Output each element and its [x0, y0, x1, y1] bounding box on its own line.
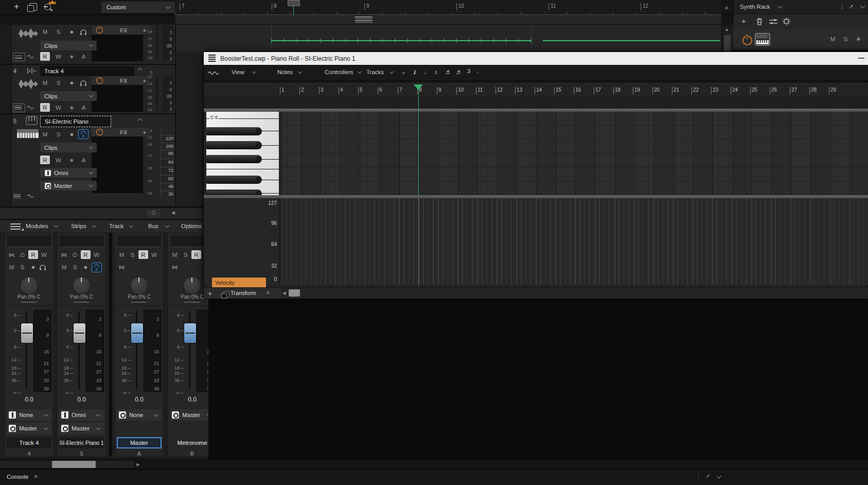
- playhead-handle[interactable]: [288, 0, 300, 6]
- add-button[interactable]: +: [11, 2, 22, 12]
- strip-name[interactable]: SI-Electric Piano 1: [59, 437, 104, 448]
- menu-bus[interactable]: Bus: [148, 223, 158, 229]
- pan-knob[interactable]: [183, 276, 201, 295]
- pan-knob[interactable]: [20, 276, 38, 295]
- track4-solo-button[interactable]: S: [54, 78, 63, 87]
- read-button[interactable]: R: [191, 250, 201, 259]
- automation-wave-icon[interactable]: [27, 105, 34, 110]
- read-button[interactable]: R: [138, 250, 148, 259]
- track4-clips-dropdown[interactable]: Clips: [40, 91, 97, 101]
- collapse-icon[interactable]: [137, 118, 143, 124]
- phase-button[interactable]: ∅: [17, 250, 27, 259]
- volume-value[interactable]: 0.0: [115, 396, 164, 403]
- mute-button[interactable]: M: [117, 250, 127, 259]
- chevron-down-icon[interactable]: [778, 4, 783, 9]
- sixteenth-note-button[interactable]: ♬: [445, 68, 452, 76]
- window-menu-icon[interactable]: [208, 55, 216, 62]
- track5-autoshow-button[interactable]: A: [79, 155, 88, 164]
- transform-tool-button[interactable]: Transform: [231, 290, 256, 296]
- quarter-note-button-selected[interactable]: ♩: [424, 68, 431, 76]
- automation-wave-icon[interactable]: [27, 54, 34, 59]
- playhead-marker[interactable]: [414, 84, 423, 90]
- zoom-tool-icon[interactable]: [44, 4, 51, 10]
- track3-freeze-button[interactable]: ∗: [67, 52, 77, 61]
- track3-fx-bin[interactable]: [92, 34, 143, 61]
- track4-freeze-button[interactable]: ∗: [67, 103, 77, 112]
- solo-button[interactable]: S: [17, 263, 27, 271]
- track-lane-clip-area[interactable]: [175, 25, 721, 52]
- synth-instrument-icon[interactable]: [755, 33, 770, 46]
- interleave-button[interactable]: ⋈: [7, 250, 16, 259]
- scrollbar-thumb[interactable]: [52, 461, 96, 468]
- black-key[interactable]: [206, 155, 262, 163]
- scroll-left-icon[interactable]: ◀: [282, 290, 286, 296]
- piano-roll-titlebar[interactable]: BoosterTest.cwp - Piano Roll - SI-Electr…: [204, 52, 868, 65]
- triplet-button[interactable]: 3: [467, 68, 470, 74]
- write-button[interactable]: W: [149, 250, 159, 259]
- track5-write-button[interactable]: W: [54, 155, 63, 164]
- delete-synth-icon[interactable]: [756, 18, 763, 26]
- volume-fader[interactable]: [21, 323, 33, 343]
- menu-view[interactable]: View: [232, 69, 244, 75]
- output-dropdown[interactable]: Master: [7, 423, 51, 434]
- track3-read-button[interactable]: R: [40, 52, 50, 61]
- volume-fader[interactable]: [73, 323, 86, 343]
- volume-fader[interactable]: [131, 323, 144, 343]
- track4-record-button[interactable]: ●: [67, 78, 77, 87]
- black-key[interactable]: [206, 189, 262, 195]
- menu-modules[interactable]: Modules: [26, 223, 48, 229]
- track4-fx-rack-header[interactable]: FX +: [92, 76, 149, 85]
- track5-input-dropdown[interactable]: Omni: [40, 168, 97, 178]
- track3-write-button[interactable]: W: [54, 52, 63, 61]
- input-dropdown[interactable]: None: [7, 409, 51, 421]
- solo-button[interactable]: S: [70, 263, 80, 271]
- output-dropdown[interactable]: None: [117, 409, 162, 421]
- track5-clips-dropdown[interactable]: Clips: [40, 143, 97, 152]
- envelope-nodes[interactable]: [271, 39, 532, 43]
- add-controller-lane-button[interactable]: +: [208, 289, 212, 298]
- mute-button[interactable]: M: [59, 263, 69, 271]
- write-button[interactable]: W: [39, 250, 49, 259]
- tab-close-icon[interactable]: ×: [34, 473, 38, 480]
- menu-controllers[interactable]: Controllers: [325, 69, 353, 75]
- strip-name-selected[interactable]: Master: [117, 437, 162, 448]
- track5-output-dropdown[interactable]: Master: [40, 181, 97, 190]
- undock-icon[interactable]: ↗: [705, 473, 710, 480]
- spinner-widget[interactable]: ◇: [147, 209, 161, 217]
- piano-keyboard[interactable]: C 6: [206, 112, 279, 195]
- input-monitor-headphone-icon[interactable]: [80, 80, 87, 86]
- scrollbar-thumb[interactable]: [289, 289, 300, 297]
- smart-tool-icon[interactable]: [208, 71, 219, 76]
- strip-module-box[interactable]: [117, 235, 161, 247]
- undock-icon[interactable]: ↗: [848, 3, 854, 10]
- track5-solo-button[interactable]: S: [54, 130, 63, 138]
- section-handle[interactable]: [184, 302, 200, 303]
- pan-knob[interactable]: [130, 276, 148, 295]
- synth-settings-sliders-icon[interactable]: [769, 19, 777, 25]
- volume-value[interactable]: 0.0: [57, 396, 106, 403]
- add-synth-button[interactable]: +: [741, 16, 746, 25]
- volume-value[interactable]: 0.0: [5, 396, 54, 403]
- track5-mute-button[interactable]: M: [40, 130, 50, 138]
- write-button[interactable]: W: [92, 250, 101, 259]
- scroll-right-icon[interactable]: ▶: [136, 462, 140, 467]
- velocity-controller-badge[interactable]: Velocity: [212, 278, 266, 287]
- output-dropdown[interactable]: Master: [170, 409, 215, 421]
- mute-button[interactable]: M: [170, 250, 180, 259]
- marker-strip[interactable]: [175, 15, 721, 25]
- collapse-icon[interactable]: [137, 68, 143, 73]
- solo-button[interactable]: S: [128, 250, 137, 259]
- velocity-pane[interactable]: [281, 198, 868, 285]
- output-dropdown[interactable]: Master: [59, 423, 104, 434]
- track4-write-button[interactable]: W: [54, 103, 63, 112]
- track4-mute-button[interactable]: M: [40, 78, 50, 87]
- fx-power-icon[interactable]: [96, 129, 103, 135]
- phase-button[interactable]: ∅: [70, 250, 80, 259]
- strip-name[interactable]: Metronome: [170, 437, 215, 448]
- dotted-note-button[interactable]: ·: [476, 68, 479, 76]
- record-button[interactable]: ●: [81, 263, 91, 271]
- track5-name[interactable]: SI-Electric Piano: [40, 116, 111, 127]
- minimize-icon[interactable]: [858, 58, 864, 59]
- whole-note-button[interactable]: ○: [402, 70, 405, 76]
- menu-notes[interactable]: Notes: [277, 69, 293, 75]
